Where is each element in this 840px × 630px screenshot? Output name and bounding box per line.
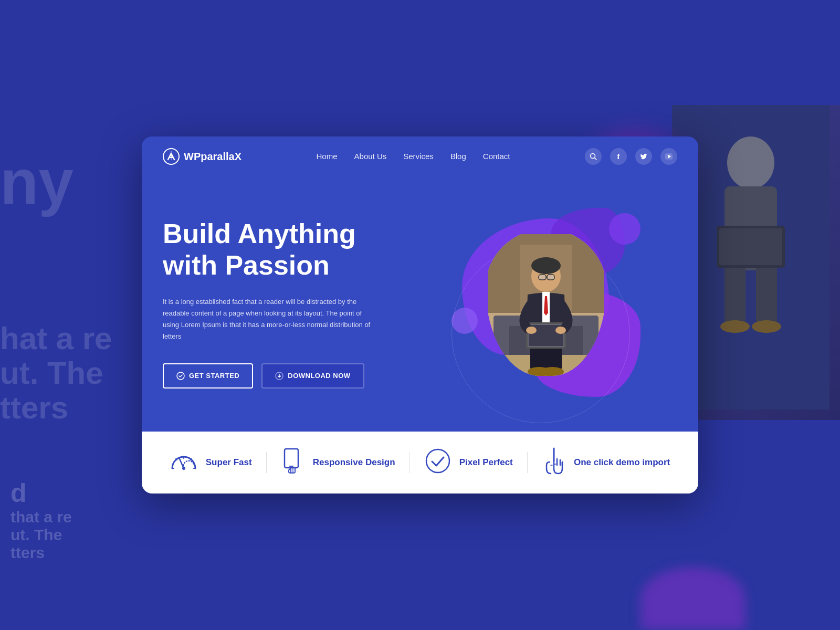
nav-item-blog[interactable]: Blog	[450, 152, 466, 161]
nav-icons: f	[585, 148, 677, 165]
navbar: WPparallaX Home About Us Services Blog C…	[142, 136, 698, 176]
hand-icon	[542, 447, 565, 478]
nav-link-contact[interactable]: Contact	[483, 152, 510, 161]
svg-rect-4	[756, 262, 777, 326]
feature-label-pixel: Pixel Perfect	[459, 457, 513, 468]
svg-point-42	[555, 327, 566, 334]
feature-label-demo: One click demo import	[574, 457, 670, 468]
nav-item-home[interactable]: Home	[317, 152, 338, 161]
feature-super-fast: Super Fast	[170, 449, 252, 476]
svg-rect-50	[285, 449, 298, 468]
svg-rect-30	[547, 275, 554, 280]
svg-point-1	[727, 136, 774, 189]
svg-point-28	[531, 257, 561, 274]
feature-pixel: Pixel Perfect	[425, 448, 513, 477]
hero-buttons: GET STARTED DOWNLOAD NOW	[163, 363, 415, 388]
divider-1	[266, 452, 267, 473]
nav-link-about[interactable]: About Us	[354, 152, 387, 161]
nav-item-about[interactable]: About Us	[354, 152, 387, 161]
svg-rect-5	[717, 226, 785, 268]
divider-2	[410, 452, 410, 473]
nav-links: Home About Us Services Blog Contact	[317, 152, 510, 161]
logo-icon	[163, 148, 180, 165]
blob-container	[446, 208, 646, 407]
bg-text: ny hat a re ut. The tters	[0, 147, 112, 425]
check-circle-icon	[425, 448, 451, 477]
logo[interactable]: WPparallaX	[163, 148, 242, 165]
bg-text-bottom: d that a re ut. The tters	[10, 478, 72, 562]
svg-rect-2	[724, 186, 777, 270]
hero-section: Build Anything with Passion It is a long…	[142, 176, 698, 421]
search-icon[interactable]	[585, 148, 602, 165]
download-icon	[275, 372, 284, 380]
svg-line-14	[595, 158, 597, 160]
svg-point-8	[752, 320, 781, 333]
twitter-icon[interactable]	[635, 148, 652, 165]
hero-description: It is a long established fact that a rea…	[163, 296, 373, 342]
feature-label-responsive: Responsive Design	[313, 457, 395, 468]
nav-item-services[interactable]: Services	[403, 152, 434, 161]
main-card: WPparallaX Home About Us Services Blog C…	[142, 136, 698, 494]
svg-line-46	[176, 459, 177, 460]
nav-link-home[interactable]: Home	[317, 152, 338, 161]
svg-rect-3	[724, 262, 746, 326]
divider-3	[527, 452, 528, 473]
nav-link-services[interactable]: Services	[403, 152, 434, 161]
checkmark-icon	[176, 372, 185, 380]
svg-point-41	[526, 327, 537, 334]
svg-point-44	[182, 467, 185, 470]
hero-title: Build Anything with Passion	[163, 218, 415, 281]
nav-item-contact[interactable]: Contact	[483, 152, 510, 161]
get-started-button[interactable]: GET STARTED	[163, 363, 253, 388]
tablet-icon	[281, 448, 304, 477]
feature-demo: One click demo import	[542, 447, 670, 478]
svg-point-7	[720, 320, 750, 333]
hero-image	[415, 197, 677, 421]
svg-line-48	[191, 459, 192, 460]
logo-text: WPparallaX	[184, 151, 242, 163]
hero-content: Build Anything with Passion It is a long…	[163, 197, 415, 421]
features-bar: Super Fast Responsive Design	[142, 432, 698, 494]
svg-rect-29	[539, 275, 546, 280]
svg-rect-6	[719, 228, 782, 265]
nav-link-blog[interactable]: Blog	[450, 152, 466, 161]
person-svg	[488, 234, 604, 376]
facebook-icon[interactable]: f	[610, 148, 627, 165]
download-now-button[interactable]: DOWNLOAD NOW	[261, 363, 364, 388]
feature-label-fast: Super Fast	[206, 457, 252, 468]
blob-4	[609, 213, 640, 245]
feature-responsive: Responsive Design	[281, 448, 395, 477]
bg-blob-bottom	[640, 567, 746, 630]
speedometer-icon	[170, 449, 197, 476]
svg-point-53	[426, 449, 449, 472]
youtube-icon[interactable]	[660, 148, 677, 165]
